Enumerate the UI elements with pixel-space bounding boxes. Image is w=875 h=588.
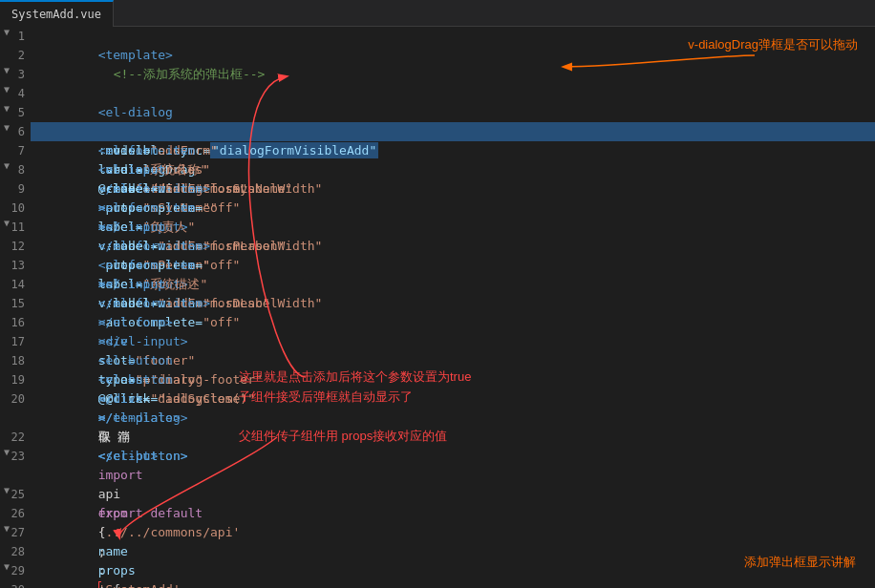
code-line-14: </el-form> [31,275,875,294]
fold-3[interactable]: ▼ [4,84,10,94]
code-line-20: </template> [31,389,875,409]
code-line-29: }, [31,561,875,580]
editor-container: SystemAdd.vue 1 2 3 4 5 6 7 8 9 10 11 12… [0,0,875,588]
code-line-3: <el-dialog title="添加系统" :visible.sync="d… [31,65,875,84]
fold-2[interactable]: ▼ [4,65,10,75]
code-line-17: <el-button @click="dialogClose" > 取 消 </… [31,332,875,351]
fold-9[interactable]: ▼ [4,485,10,495]
fold-11[interactable]: ▼ [4,561,10,572]
editor-body: 1 2 3 4 5 6 7 8 9 10 11 12 13 14 15 16 1… [0,27,875,588]
code-line-28: dialogFormVisibleAdd : String [31,542,875,561]
code-line-6: <el-input v-model="addForm.sSysName" aut… [31,122,875,141]
fold-6[interactable]: ▼ [4,160,10,171]
fold-gutter: ▼ ▼ ▼ ▼ ▼ ▼ ▼ ▼ ▼ ▼ ▼ [2,27,15,588]
code-line-16: <el-button type="primary" @click="addSys… [31,313,875,332]
code-line-5: <el-form-item label="系统名称" :label-width=… [31,103,875,122]
code-line-18: </div> [31,351,875,370]
code-line-4: <el-form :model="addForm" :rules="rules"… [31,84,875,103]
fold-7[interactable]: ▼ [4,218,10,228]
code-line-25: export default { [31,485,875,504]
code-line-24 [31,466,875,485]
fold-10[interactable]: ▼ [4,523,10,534]
fold-5[interactable]: ▼ [4,122,10,133]
code-line-10: </el-form-item> [31,199,875,218]
fold-1[interactable]: ▼ [4,27,10,37]
code-line-9: <el-input v-model="addForm.sPerson" auto… [31,179,875,199]
tab-bar: SystemAdd.vue [0,0,875,27]
code-line-7: </el-form-item> [31,141,875,160]
code-line-27: props : { [31,523,875,542]
code-line-1: <template> [31,27,875,46]
code-line-13: </el-form-item> [31,256,875,275]
fold-8[interactable]: ▼ [4,447,10,457]
code-line-15: <div slot="footer" class="dialog-footer"… [31,294,875,313]
code-line-2: <!--添加系统的弹出框--> [31,46,875,65]
code-line-30: data () { [31,580,875,588]
code-line-19: </el-dialog> [31,370,875,389]
active-tab[interactable]: SystemAdd.vue [0,0,114,27]
code-line-8: <el-form-item label="负责人" :label-width="… [31,160,875,179]
fold-4[interactable]: ▼ [4,103,10,114]
code-line-23: import api from '../../commons/api' ; [31,447,875,466]
code-line-12: <el-input v-model="addForm.sDesc" autoco… [31,237,875,256]
code-line-21 [31,409,875,428]
code-line-22: <script> [31,428,875,447]
code-content: <template> <!--添加系统的弹出框--> <el-dialog ti… [31,27,875,588]
tab-label: SystemAdd.vue [11,8,101,21]
code-line-26: name : 'SystemAdd' , [31,504,875,523]
code-line-11: <el-form-item label="系统描述" :label-width=… [31,218,875,237]
